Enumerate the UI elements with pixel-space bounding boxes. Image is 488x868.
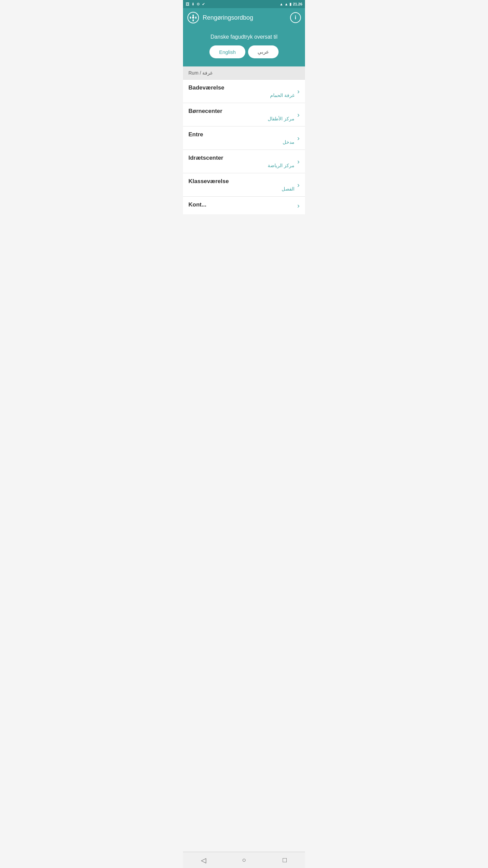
item-arabic: غرفة الحمام	[188, 93, 294, 98]
info-button[interactable]: i	[290, 12, 301, 23]
item-arabic: الفصل	[188, 186, 294, 192]
arrow-icon: ›	[297, 111, 300, 119]
info-icon: i	[295, 15, 296, 21]
time-display: 21.26	[293, 2, 302, 6]
arrow-icon: ›	[297, 87, 300, 95]
settings-icon: ⚙	[197, 2, 200, 6]
english-button[interactable]: English	[209, 45, 245, 58]
item-danish: Idrætscenter	[188, 155, 294, 161]
arrow-icon: ›	[297, 134, 300, 142]
category-header: Rum / غرفة	[183, 66, 305, 80]
header-section: Danske fagudtryk oversat til English عرب…	[183, 27, 305, 66]
list-item[interactable]: Badeværelse غرفة الحمام ›	[183, 80, 305, 103]
app-bar: Rengøringsordbog i	[183, 8, 305, 27]
list-container: Badeværelse غرفة الحمام › Børnecenter مر…	[183, 80, 305, 214]
item-danish: Børnecenter	[188, 108, 294, 115]
item-content-bornecenter: Børnecenter مركز الأطفال	[188, 108, 294, 121]
item-arabic: مركز الرياضة	[188, 163, 294, 168]
list-item[interactable]: Klasseværelse الفصل ›	[183, 173, 305, 197]
check-icon: ✔	[202, 2, 205, 6]
status-bar: 🖼 ⬇ ⚙ ✔ ▲ ▲ ▮ 21.26	[183, 0, 305, 8]
item-content-klasseverelse: Klasseværelse الفصل	[188, 178, 294, 192]
list-item[interactable]: Entre مدخل ›	[183, 126, 305, 150]
category-text: Rum / غرفة	[188, 70, 212, 76]
download-icon: ⬇	[191, 2, 195, 6]
arrow-icon: ›	[297, 202, 300, 210]
signal-icon: ▲	[285, 2, 288, 6]
item-content-badevarelse: Badeværelse غرفة الحمام	[188, 84, 294, 98]
battery-icon: ▮	[289, 2, 291, 6]
list-item[interactable]: Kont... ›	[183, 197, 305, 214]
svg-point-1	[192, 17, 194, 19]
app-logo-icon	[187, 12, 199, 24]
arrow-icon: ›	[297, 181, 300, 189]
status-bar-right: ▲ ▲ ▮ 21.26	[280, 2, 302, 6]
item-content-entre: Entre مدخل	[188, 131, 294, 145]
item-danish: Klasseværelse	[188, 178, 294, 185]
item-arabic: مدخل	[188, 139, 294, 145]
item-danish: Badeværelse	[188, 84, 294, 91]
arrow-icon: ›	[297, 158, 300, 165]
photo-icon: 🖼	[186, 2, 189, 6]
subtitle-text: Danske fagudtryk oversat til	[210, 34, 277, 40]
status-bar-left-icons: 🖼 ⬇ ⚙ ✔	[186, 2, 205, 6]
item-content-idraetscenter: Idrætscenter مركز الرياضة	[188, 155, 294, 168]
list-item[interactable]: Idrætscenter مركز الرياضة ›	[183, 150, 305, 173]
wifi-icon: ▲	[280, 2, 283, 6]
app-title: Rengøringsordbog	[203, 14, 253, 21]
item-content-kont: Kont...	[188, 201, 294, 210]
app-bar-left: Rengøringsordbog	[187, 12, 253, 24]
arabic-button[interactable]: عربي	[248, 45, 279, 58]
item-arabic: مركز الأطفال	[188, 116, 294, 121]
item-danish: Kont...	[188, 201, 294, 208]
language-buttons: English عربي	[209, 45, 278, 58]
list-item[interactable]: Børnecenter مركز الأطفال ›	[183, 103, 305, 126]
item-danish: Entre	[188, 131, 294, 138]
